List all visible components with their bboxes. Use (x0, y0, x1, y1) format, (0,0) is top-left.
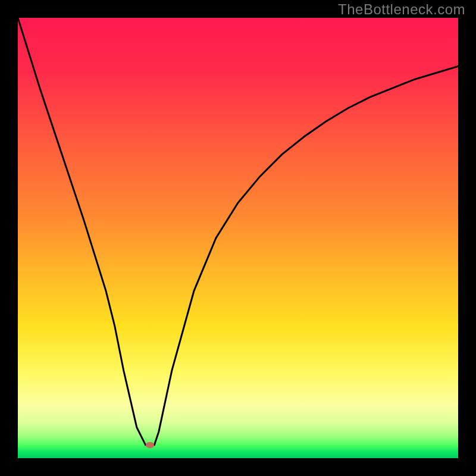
bottleneck-curve (18, 18, 458, 445)
watermark-text: TheBottleneck.com (338, 1, 465, 18)
curve-layer (18, 18, 458, 458)
optimal-point-marker (146, 442, 154, 448)
chart-frame: TheBottleneck.com (0, 0, 476, 476)
plot-area (18, 18, 458, 458)
